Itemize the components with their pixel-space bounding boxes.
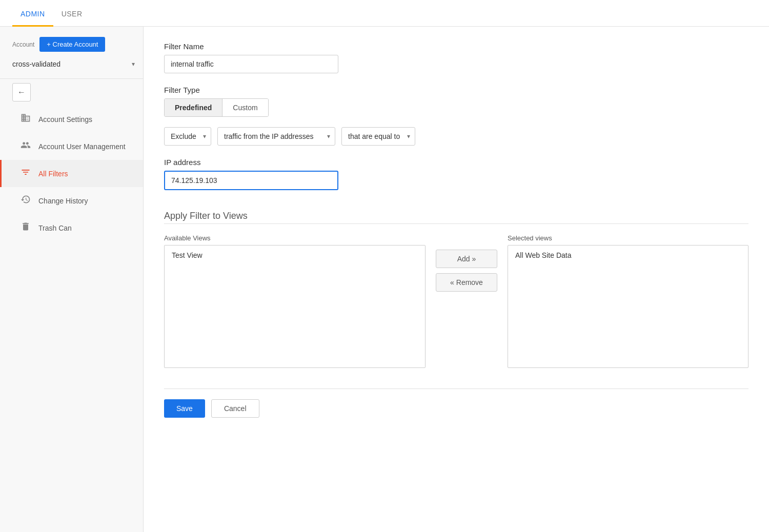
filter-type-buttons: Predefined Custom — [164, 98, 269, 117]
sidebar-item-change-history[interactable]: Change History — [0, 187, 143, 214]
available-views-section: Available Views Test View — [164, 234, 426, 368]
apply-filter-divider — [164, 223, 748, 224]
traffic-select[interactable]: traffic from the IP addresses — [217, 127, 335, 146]
remove-view-button[interactable]: « Remove — [436, 273, 497, 292]
footer-buttons: Save Cancel — [164, 388, 748, 418]
selected-views-section: Selected views All Web Site Data — [508, 234, 748, 368]
filter-dropdowns: Exclude traffic from the IP addresses th… — [164, 127, 748, 146]
back-button[interactable]: ← — [12, 83, 31, 101]
filter-name-label: Filter Name — [164, 42, 748, 51]
save-button[interactable]: Save — [164, 399, 205, 418]
action-select[interactable]: Exclude — [164, 127, 211, 146]
filter-name-input[interactable] — [164, 55, 338, 73]
filter-type-label: Filter Type — [164, 86, 748, 94]
condition-select-wrapper: that are equal to — [341, 127, 415, 146]
add-view-button[interactable]: Add » — [436, 250, 497, 268]
sidebar-divider — [0, 78, 143, 79]
sidebar: Account + Create Account cross-validated… — [0, 27, 144, 532]
sidebar-item-label-user-management: Account User Management — [38, 142, 126, 151]
sidebar-item-trash-can[interactable]: Trash Can — [0, 214, 143, 241]
sidebar-item-label-all-filters: All Filters — [38, 170, 68, 178]
action-select-wrapper: Exclude — [164, 127, 211, 146]
account-row: Account + Create Account — [0, 37, 143, 60]
sidebar-item-all-filters[interactable]: All Filters — [0, 160, 143, 187]
sidebar-item-account-settings[interactable]: Account Settings — [0, 106, 143, 133]
ip-address-label: IP address — [164, 158, 748, 167]
history-icon — [20, 194, 31, 207]
tab-user[interactable]: USER — [53, 3, 91, 27]
tab-admin[interactable]: ADMIN — [12, 3, 53, 27]
available-view-item[interactable]: Test View — [168, 249, 422, 262]
account-select[interactable]: cross-validated — [12, 60, 130, 68]
filter-type-section: Filter Type Predefined Custom — [164, 86, 748, 117]
building-icon — [20, 113, 31, 126]
chevron-down-icon: ▾ — [132, 60, 135, 68]
account-select-row: cross-validated ▾ — [0, 60, 143, 76]
selected-view-item[interactable]: All Web Site Data — [511, 249, 745, 262]
apply-filter-section: Apply Filter to Views Available Views Te… — [164, 211, 748, 368]
users-icon — [20, 140, 31, 153]
create-account-button[interactable]: + Create Account — [39, 37, 105, 52]
filter-type-custom[interactable]: Custom — [222, 99, 268, 116]
top-nav: ADMIN USER — [0, 0, 769, 27]
selected-views-list[interactable]: All Web Site Data — [508, 245, 748, 368]
ip-address-input[interactable] — [164, 171, 338, 190]
filter-icon — [20, 167, 31, 180]
trash-icon — [20, 221, 31, 234]
available-views-list[interactable]: Test View — [164, 245, 426, 368]
condition-select[interactable]: that are equal to — [341, 127, 415, 146]
views-layout: Available Views Test View Add » « Remove… — [164, 234, 748, 368]
traffic-select-wrapper: traffic from the IP addresses — [217, 127, 335, 146]
available-views-label: Available Views — [164, 234, 426, 242]
filter-type-predefined[interactable]: Predefined — [165, 99, 222, 116]
main-content: Filter Name Filter Type Predefined Custo… — [144, 27, 769, 532]
sidebar-item-label-trash-can: Trash Can — [38, 224, 72, 232]
selected-views-label: Selected views — [508, 234, 748, 242]
sidebar-item-label-account-settings: Account Settings — [38, 115, 92, 124]
apply-filter-title: Apply Filter to Views — [164, 211, 748, 221]
sidebar-item-label-change-history: Change History — [38, 197, 88, 205]
layout: Account + Create Account cross-validated… — [0, 27, 769, 532]
views-actions: Add » « Remove — [426, 234, 508, 292]
account-label: Account — [12, 41, 34, 48]
cancel-button[interactable]: Cancel — [211, 399, 259, 418]
sidebar-item-user-management[interactable]: Account User Management — [0, 133, 143, 160]
ip-section: IP address — [164, 158, 748, 190]
